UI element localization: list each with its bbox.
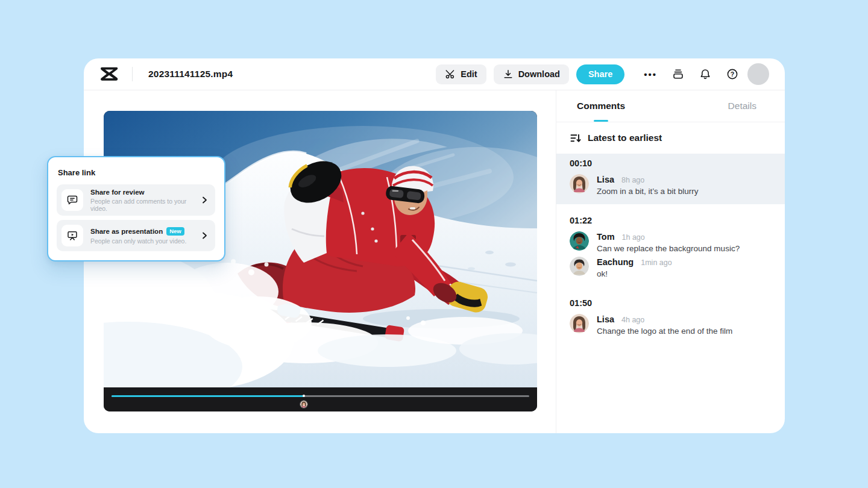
comment-text: ok! [597, 269, 672, 278]
comment-entry: Lisa 4h ago Change the logo at the end o… [570, 314, 772, 336]
comments-panel: Comments Details Latest to earliest 00:1… [556, 90, 785, 433]
share-link-popup: Share link Share for review People can a… [47, 156, 225, 261]
comment-text: Can we replace the background music? [597, 244, 740, 253]
tab-details[interactable]: Details [728, 101, 756, 111]
comment-text: Zoom in a bit, it’s a bit blurry [597, 187, 699, 196]
share-review-description: People can add comments to your video. [90, 198, 195, 212]
share-presentation-description: People can only watch your video. [90, 237, 186, 245]
panel-tabs: Comments Details [556, 90, 785, 122]
review-icon [61, 189, 83, 211]
comment-entry: Tom 1h ago Can we replace the background… [570, 231, 772, 253]
progress-fill [112, 395, 304, 397]
comment-text: Change the logo at the end of the film [597, 327, 732, 336]
new-badge: New [166, 227, 184, 236]
avatar-eachung [570, 257, 589, 276]
svg-text:?: ? [731, 70, 734, 78]
file-title: 202311141125.mp4 [148, 69, 233, 80]
scissors-icon [445, 69, 456, 80]
commenter-name: Lisa [597, 175, 614, 184]
avatar-tom [570, 231, 589, 251]
active-tab-indicator [594, 120, 608, 122]
account-avatar[interactable] [747, 63, 769, 85]
comment-marker-avatar[interactable] [300, 401, 307, 408]
edit-button[interactable]: Edit [436, 64, 486, 84]
edit-button-label: Edit [461, 69, 477, 79]
comment-age: 1h ago [622, 233, 645, 242]
share-as-presentation-option[interactable]: Share as presentation New People can onl… [57, 220, 215, 251]
comment-age: 4h ago [621, 316, 644, 324]
comment-age: 1min ago [641, 258, 671, 267]
top-bar: 202311141125.mp4 Edit Download Sha [84, 58, 785, 90]
commenter-name: Tom [597, 232, 615, 242]
commenter-name: Eachung [597, 257, 634, 267]
help-icon[interactable]: ? [726, 68, 738, 80]
comment-entry: Eachung 1min ago ok! [570, 257, 772, 278]
chevron-right-icon [202, 196, 207, 204]
tab-comments-label: Comments [577, 101, 625, 111]
comment-group-0150[interactable]: 01:50 [556, 293, 785, 344]
avatar-lisa [570, 314, 589, 333]
tab-details-label: Details [728, 101, 756, 111]
share-review-title: Share for review [90, 189, 144, 196]
sort-label: Latest to earliest [588, 133, 662, 143]
comment-age: 8h ago [621, 176, 644, 184]
comment-timestamp[interactable]: 01:22 [570, 216, 772, 225]
progress-bar[interactable] [112, 395, 529, 397]
share-button-label: Share [588, 69, 612, 79]
comment-group-0010[interactable]: 00:10 [556, 154, 785, 204]
lisa-mini-avatar [300, 401, 307, 408]
presentation-icon [61, 225, 83, 246]
comment-timestamp[interactable]: 00:10 [570, 158, 772, 168]
notifications-icon[interactable] [699, 68, 711, 80]
playhead[interactable] [303, 395, 305, 397]
share-popup-title: Share link [58, 168, 224, 177]
header-divider [132, 67, 133, 81]
download-icon [503, 69, 514, 80]
tab-comments[interactable]: Comments [577, 101, 625, 111]
comment-group-0122[interactable]: 01:22 [556, 211, 785, 287]
comment-entry: Lisa 8h ago Zoom in a bit, it’s a bit bl… [570, 174, 772, 196]
commenter-name: Lisa [597, 314, 614, 324]
share-button[interactable]: Share [576, 64, 624, 84]
share-for-review-option[interactable]: Share for review People can add comments… [57, 184, 215, 216]
sort-icon [570, 133, 581, 144]
avatar-lisa [570, 174, 589, 193]
comment-timestamp[interactable]: 01:50 [570, 298, 772, 308]
download-button[interactable]: Download [494, 64, 569, 84]
player-controls [104, 387, 537, 411]
share-presentation-title: Share as presentation [90, 228, 163, 235]
download-button-label: Download [518, 69, 560, 79]
capcut-logo [99, 66, 120, 83]
projects-icon[interactable] [672, 68, 684, 80]
app-background: 202311141125.mp4 Edit Download Sha [0, 0, 868, 488]
chevron-right-icon [202, 232, 207, 239]
sort-order-control[interactable]: Latest to earliest [556, 122, 785, 154]
comments-list: 00:10 [556, 154, 785, 344]
more-icon[interactable]: ••• [644, 69, 657, 80]
